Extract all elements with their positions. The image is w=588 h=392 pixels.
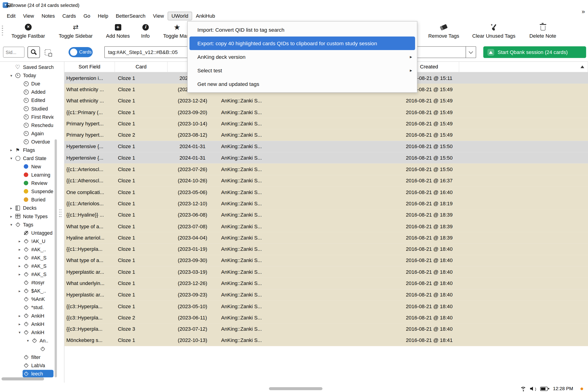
table-row[interactable]: Hyperplastic ar...Cloze 1(2023-09-23)AnK… bbox=[64, 289, 588, 300]
chevron-right-icon[interactable]: ▸ bbox=[16, 256, 22, 260]
chevron-right-icon[interactable]: ▸ bbox=[8, 206, 14, 210]
chevron-down-icon[interactable]: ▾ bbox=[8, 73, 14, 78]
table-row[interactable]: {{c1::Hyperpla...Cloze 1(2023-01-19)AnKi… bbox=[64, 244, 588, 255]
sidebar-item-ankih[interactable]: ▸AnkiH bbox=[0, 320, 64, 328]
clear-unused-tags-button[interactable]: ✦Clear Unused Tags bbox=[467, 22, 521, 39]
table-row[interactable]: {{c3::Hyperpla...Cloze 1(2023-05-10)AnKi… bbox=[64, 300, 588, 312]
sidebar-item-filter[interactable]: filter bbox=[0, 353, 64, 361]
table-row[interactable]: {{c3::Hyperpla...Cloze 2(2023-06-11)AnKi… bbox=[64, 312, 588, 323]
sidebar-item-ak-s[interactable]: ▸#AK_S bbox=[0, 270, 64, 278]
add-notes-button[interactable]: +Add Notes bbox=[100, 22, 136, 39]
sidebar-item-ankih[interactable]: ▾AnkiH bbox=[0, 328, 64, 336]
table-row[interactable]: Primary hypert...Cloze 2(2023-08-12)AnKi… bbox=[64, 129, 588, 141]
sidebar-item-ak-s[interactable]: ▸#AK_S bbox=[0, 262, 64, 270]
menubar-item-edit[interactable]: Edit bbox=[3, 12, 19, 20]
sidebar-item-buried[interactable]: Buried bbox=[0, 196, 64, 204]
toggle-sidebar-button[interactable]: ⇄Toggle Sidebar bbox=[54, 22, 97, 39]
toolbar-overflow-chevron[interactable]: » bbox=[582, 8, 585, 15]
start-qbank-session-button[interactable]: Start Qbank session (24 cards) bbox=[483, 46, 586, 58]
table-horizontal-scrollbar[interactable] bbox=[269, 387, 322, 390]
column-header-card[interactable]: Card bbox=[115, 62, 168, 72]
chevron-right-icon[interactable]: ▸ bbox=[16, 272, 22, 276]
chevron-right-icon[interactable]: ▸ bbox=[16, 322, 22, 326]
battery-icon[interactable] bbox=[540, 387, 548, 391]
menubar-item-notes[interactable]: Notes bbox=[38, 12, 58, 20]
table-row[interactable]: What type of a...Cloze 1(2023-07-08)AnKi… bbox=[64, 221, 588, 232]
table-row[interactable]: {{c1::Atheroscl...Cloze 1(2024-10-26)AnK… bbox=[64, 175, 588, 186]
menu-item-get-new-and-updated-tags[interactable]: Get new and updated tags bbox=[188, 77, 417, 91]
sidebar-item-leech[interactable]: leech bbox=[0, 370, 64, 378]
sidebar-item-ankih[interactable]: ▸AnkiH bbox=[0, 312, 64, 320]
table-row[interactable]: Hyaline arteriol...Cloze 1(2023-04-04)An… bbox=[64, 232, 588, 244]
clock-time[interactable]: 12:28 PM bbox=[553, 386, 573, 391]
sidebar-item-card-state[interactable]: ▾Card State bbox=[0, 154, 64, 162]
sidebar-item-stud[interactable]: *stud. bbox=[0, 303, 64, 312]
table-row[interactable]: Primary hypert...Cloze 1(2023-10-14)AnKi… bbox=[64, 118, 588, 130]
sidebar-item-ak[interactable]: ▸$AK_.. bbox=[0, 286, 64, 295]
sidebar-item-ak-s[interactable]: ▸#AK_S bbox=[0, 254, 64, 262]
sidebar-item-first-review[interactable]: First Review bbox=[0, 112, 64, 121]
sidebar-item-rescheduled[interactable]: Rescheduled bbox=[0, 121, 64, 129]
table-row[interactable]: {{c1::Arteriolos...Cloze 1(2023-12-10)An… bbox=[64, 198, 588, 209]
sidebar-item-review[interactable]: Review bbox=[0, 179, 64, 187]
info-button[interactable]: iInfo bbox=[134, 22, 158, 39]
table-row[interactable]: Hypertensive {...Cloze 12024-01-31AnKing… bbox=[64, 141, 588, 152]
sidebar-item-ak[interactable]: ▸#AK_.. bbox=[0, 245, 64, 254]
sidebar-item-due[interactable]: Due bbox=[0, 80, 64, 88]
table-row[interactable]: Hyperplastic ar...Cloze 1(2023-03-19)AnK… bbox=[64, 266, 588, 278]
sidebar-item-an[interactable]: ▾An.. bbox=[0, 336, 64, 345]
chevron-right-icon[interactable]: ▸ bbox=[16, 289, 22, 293]
notification-dot-icon[interactable] bbox=[580, 388, 583, 390]
menu-item-export-copy-40-highlighted-cards-qids-to-clipboard-for-custom-study-session[interactable]: Export: copy 40 highlighted cards QIDs t… bbox=[190, 36, 415, 50]
menubar-item-help[interactable]: Help bbox=[94, 12, 112, 20]
menubar-item-uworld[interactable]: UWorld bbox=[168, 12, 192, 20]
chevron-down-icon[interactable]: ▾ bbox=[25, 338, 31, 343]
sidebar-item-tag[interactable] bbox=[0, 345, 64, 353]
sidebar-item-edited[interactable]: Edited bbox=[0, 96, 64, 104]
toolbar-drag-handle[interactable] bbox=[2, 26, 3, 36]
close-button[interactable]: × bbox=[0, 0, 17, 10]
sidebar-item-untagged[interactable]: Untagged bbox=[0, 228, 64, 237]
menubar-item-view[interactable]: View bbox=[19, 12, 38, 20]
menubar-item-bettersearch[interactable]: BetterSearch bbox=[112, 12, 149, 20]
menu-item-import-convert-qid-list-to-tag-search[interactable]: Import: Convert QID list to tag search bbox=[188, 23, 417, 36]
column-header-blank[interactable] bbox=[459, 62, 588, 72]
menu-item-select-test[interactable]: Select test▸ bbox=[188, 64, 417, 77]
sidebar-item-note-types[interactable]: ▸Note Types bbox=[0, 212, 64, 220]
sidebar-item-ank[interactable]: %AnK bbox=[0, 295, 64, 303]
sidebar-horizontal-scrollbar[interactable] bbox=[2, 377, 44, 380]
column-header-sort-field[interactable]: Sort Field bbox=[64, 62, 115, 72]
table-row[interactable]: {{c1::Hyaline}} ...Cloze 1(2023-06-08)An… bbox=[64, 209, 588, 221]
sidebar-item-labva[interactable]: LabVa bbox=[0, 361, 64, 370]
chevron-right-icon[interactable]: ▸ bbox=[8, 148, 14, 152]
chevron-down-icon[interactable]: ▾ bbox=[16, 330, 22, 334]
sidebar-item-decks[interactable]: ▸Decks bbox=[0, 204, 64, 212]
sidebar-item-added[interactable]: Added bbox=[0, 88, 64, 96]
table-row[interactable]: What underlyin...Cloze 1(2023-12-26)AnKi… bbox=[64, 278, 588, 289]
table-row[interactable]: {{c3::Hyperpla...Cloze 3(2023-07-12)AnKi… bbox=[64, 323, 588, 335]
sidebar-item-again[interactable]: Again bbox=[0, 129, 64, 138]
sidebar-item-saved-searches[interactable]: ♡Saved Searches bbox=[0, 63, 64, 71]
sidebar-item-flags[interactable]: ▸⚑Flags bbox=[0, 146, 64, 154]
table-row[interactable]: What type of a...Cloze 1(2023-09-30)AnKi… bbox=[64, 255, 588, 266]
sidebar-item-tags[interactable]: ▾Tags bbox=[0, 220, 64, 228]
sidebar-vertical-scrollbar[interactable] bbox=[55, 140, 57, 377]
cards-notes-toggle[interactable]: Cards bbox=[68, 47, 92, 57]
delete-note-button[interactable]: Delete Note bbox=[524, 22, 562, 39]
chevron-right-icon[interactable]: ▸ bbox=[16, 247, 22, 252]
menubar-item-go[interactable]: Go bbox=[80, 12, 94, 20]
menubar-item-cards[interactable]: Cards bbox=[58, 12, 80, 20]
table-row[interactable]: What ethnicity ...Cloze 1(2023-12-24)AnK… bbox=[64, 95, 588, 106]
search-history-dropdown[interactable] bbox=[466, 46, 476, 58]
sidebar-item-learning[interactable]: Learning bbox=[0, 170, 64, 179]
sidebar-item-studied[interactable]: Studied bbox=[0, 104, 64, 112]
sidebar-item-ak-u[interactable]: ▸!AK_U bbox=[0, 237, 64, 245]
search-button[interactable] bbox=[28, 46, 40, 58]
chevron-down-icon[interactable]: ▾ bbox=[8, 156, 14, 160]
selection-mode-button[interactable] bbox=[42, 48, 52, 58]
wifi-icon[interactable] bbox=[520, 386, 527, 392]
volume-icon[interactable] bbox=[530, 386, 536, 391]
sidebar-item-tosyr[interactable]: #tosyr bbox=[0, 278, 64, 286]
toggle-fastbar-button[interactable]: ×Toggle Fastbar bbox=[7, 22, 50, 39]
chevron-right-icon[interactable]: ▸ bbox=[16, 314, 22, 318]
